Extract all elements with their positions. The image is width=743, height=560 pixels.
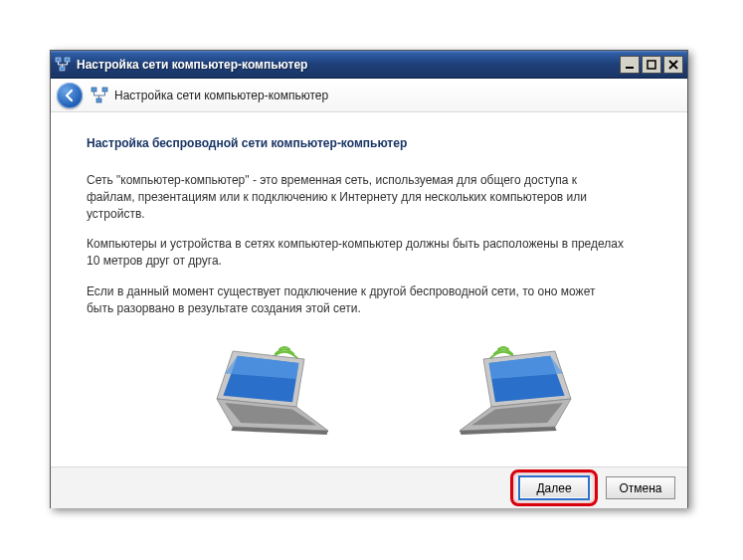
- description-paragraph-3: Если в данный момент существует подключе…: [87, 283, 624, 317]
- wizard-window: Настройка сети компьютер-компьютер: [50, 50, 688, 508]
- laptop-left-icon: [185, 335, 344, 442]
- wizard-footer: Далее Отмена: [51, 467, 687, 508]
- maximize-button[interactable]: [642, 56, 661, 74]
- network-tree-icon: [91, 87, 108, 104]
- page-heading: Настройка беспроводной сети компьютер-ко…: [87, 136, 651, 150]
- svg-rect-4: [648, 61, 655, 69]
- window-title: Настройка сети компьютер-компьютер: [77, 58, 620, 72]
- description-paragraph-2: Компьютеры и устройства в сетях компьюте…: [87, 236, 624, 270]
- window-controls: [620, 56, 683, 74]
- back-button[interactable]: [57, 83, 83, 108]
- laptop-right-icon: [444, 335, 603, 442]
- description-paragraph-1: Сеть "компьютер-компьютер" - это временн…: [87, 172, 624, 222]
- wizard-header: Настройка сети компьютер-компьютер: [51, 79, 687, 112]
- minimize-button[interactable]: [620, 56, 640, 74]
- header-title: Настройка сети компьютер-компьютер: [91, 87, 328, 104]
- svg-rect-6: [102, 88, 107, 92]
- highlight-annotation: Далее: [510, 469, 598, 506]
- svg-rect-2: [60, 67, 65, 71]
- network-icon: [55, 57, 71, 73]
- header-title-text: Настройка сети компьютер-компьютер: [114, 89, 328, 102]
- next-button[interactable]: Далее: [519, 476, 589, 499]
- svg-rect-7: [96, 98, 101, 102]
- title-bar: Настройка сети компьютер-компьютер: [51, 51, 687, 79]
- close-button[interactable]: [663, 56, 683, 74]
- svg-rect-1: [65, 58, 70, 62]
- svg-rect-0: [56, 58, 61, 62]
- wizard-content: Настройка беспроводной сети компьютер-ко…: [51, 112, 687, 467]
- cancel-button[interactable]: Отмена: [606, 476, 675, 499]
- svg-rect-5: [92, 88, 96, 92]
- laptops-illustration: [136, 335, 651, 442]
